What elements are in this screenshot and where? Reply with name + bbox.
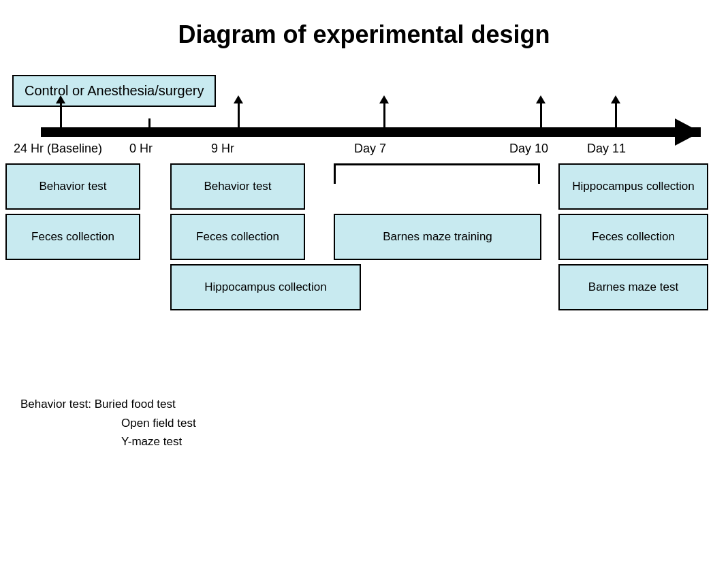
- label-0hr: 0 Hr: [129, 142, 153, 156]
- footer-line3: Y-maze test: [20, 432, 196, 451]
- control-box: Control or Anesthesia/surgery: [12, 75, 216, 107]
- box-behavior-test-baseline: Behavior test: [5, 163, 140, 210]
- timeline-bar: [41, 127, 701, 137]
- box-feces-9hr: Feces collection: [170, 214, 305, 260]
- label-24hr: 24 Hr (Baseline): [14, 142, 102, 156]
- footer-line2: Open field test: [20, 414, 196, 432]
- label-day10: Day 10: [509, 142, 548, 156]
- box-barnes-maze-training: Barnes maze training: [334, 214, 541, 260]
- label-9hr: 9 Hr: [211, 142, 234, 156]
- footer-note: Behavior test: Buried food test Open fie…: [20, 395, 196, 451]
- up-arrow-day10: [536, 95, 545, 135]
- box-feces-baseline: Feces collection: [5, 214, 140, 260]
- up-arrow-day11: [611, 95, 620, 135]
- bracket-top: [334, 163, 538, 165]
- up-arrow-9hr: [234, 95, 243, 135]
- bracket-left: [334, 163, 336, 184]
- page-title: Diagram of experimental design: [0, 0, 728, 63]
- box-hippocampus-day11: Hippocampus collection: [558, 163, 708, 210]
- label-day11: Day 11: [587, 142, 626, 156]
- diagram-area: Control or Anesthesia/surgery: [0, 63, 728, 471]
- up-arrow-day7: [379, 95, 389, 135]
- label-day7: Day 7: [354, 142, 386, 156]
- box-feces-day10: Feces collection: [558, 214, 708, 260]
- bracket-right: [538, 163, 540, 184]
- timeline-arrow: [675, 118, 701, 146]
- page-container: Diagram of experimental design Control o…: [0, 0, 728, 563]
- box-barnes-maze-test: Barnes maze test: [558, 264, 708, 310]
- up-arrow-24hr: [56, 95, 65, 135]
- footer-line1: Behavior test: Buried food test: [20, 395, 196, 413]
- box-hippocampus-9hr: Hippocampus collection: [170, 264, 361, 310]
- box-behavior-test-9hr: Behavior test: [170, 163, 305, 210]
